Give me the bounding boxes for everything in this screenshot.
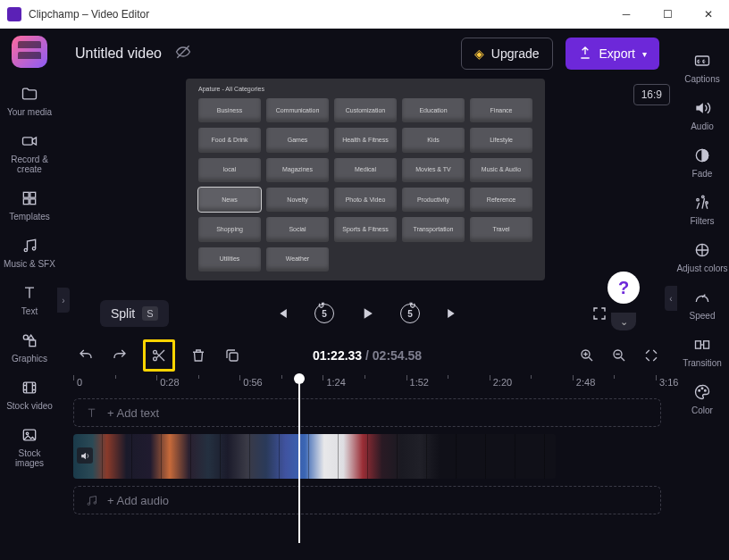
rail-label: Fade bbox=[692, 169, 713, 179]
redo-button[interactable] bbox=[109, 345, 130, 366]
rail-graphics[interactable]: Graphics bbox=[3, 325, 56, 369]
next-frame-button[interactable] bbox=[443, 304, 463, 323]
preview-tile: Finance bbox=[470, 98, 532, 122]
image-icon bbox=[20, 425, 39, 445]
undo-button[interactable] bbox=[75, 345, 96, 366]
svg-point-7 bbox=[23, 335, 28, 339]
svg-point-22 bbox=[702, 196, 705, 198]
audio-track-placeholder[interactable]: + Add audio bbox=[73, 486, 661, 514]
ruler-tick-minor: . bbox=[451, 377, 454, 388]
playhead[interactable] bbox=[298, 375, 300, 543]
rail-adjust-colors[interactable]: Adjust colors bbox=[675, 234, 729, 280]
rail-captions[interactable]: Captions bbox=[675, 45, 729, 90]
preview-tile: Weather bbox=[266, 247, 329, 272]
window-title: Clipchamp – Video Editor bbox=[29, 8, 606, 21]
rail-speed[interactable]: Speed bbox=[675, 281, 729, 327]
text-track-placeholder[interactable]: + Add text bbox=[73, 398, 661, 427]
svg-rect-1 bbox=[23, 192, 29, 197]
rail-stock-images[interactable]: Stock images bbox=[3, 420, 56, 473]
rail-fade[interactable]: Fade bbox=[675, 139, 729, 185]
titlebar: Clipchamp – Video Editor ─ ☐ ✕ bbox=[0, 0, 729, 29]
rail-text[interactable]: Text bbox=[3, 278, 56, 322]
ruler-tick-minor: . bbox=[119, 377, 122, 388]
aspect-ratio-button[interactable]: 16:9 bbox=[633, 84, 670, 105]
maximize-button[interactable]: ☐ bbox=[647, 0, 688, 29]
preview-tile: Lifestyle bbox=[470, 128, 532, 152]
adjust-icon bbox=[692, 240, 712, 260]
preview-collapse-button[interactable]: ⌄ bbox=[611, 313, 636, 330]
svg-rect-8 bbox=[29, 340, 36, 347]
topbar: Untitled video ◈ Upgrade Export ▾ bbox=[59, 29, 675, 79]
play-button[interactable] bbox=[357, 304, 377, 323]
delete-button[interactable] bbox=[188, 345, 209, 366]
minimize-button[interactable]: ─ bbox=[606, 0, 647, 29]
clip-audio-icon[interactable] bbox=[77, 447, 93, 464]
rail-label: Filters bbox=[690, 216, 714, 226]
folder-icon bbox=[20, 84, 39, 104]
collapse-left-button[interactable]: › bbox=[57, 288, 70, 313]
preview-tile: Reference bbox=[470, 188, 532, 212]
music-icon bbox=[20, 236, 39, 255]
visibility-off-icon[interactable] bbox=[174, 43, 192, 64]
close-button[interactable]: ✕ bbox=[688, 0, 729, 29]
timecode-total: 02:54.58 bbox=[373, 348, 422, 363]
preview-tile: Health & Fitness bbox=[334, 128, 397, 152]
video-track[interactable] bbox=[73, 434, 661, 479]
help-button[interactable]: ? bbox=[608, 272, 640, 304]
timecode-current: 01:22.33 bbox=[313, 348, 362, 363]
ruler-tick-minor: . bbox=[534, 377, 537, 388]
rail-label: Captions bbox=[684, 74, 719, 84]
timeline[interactable]: + Add text + Add audio bbox=[73, 398, 661, 536]
svg-point-29 bbox=[705, 390, 707, 392]
preview-tile: Travel bbox=[470, 217, 532, 241]
zoom-out-button[interactable] bbox=[609, 346, 629, 365]
rail-music-sfx[interactable]: Music & SFX bbox=[3, 230, 56, 274]
rail-your-media[interactable]: Your media bbox=[3, 79, 56, 122]
rail-label: Text bbox=[21, 306, 38, 316]
rail-stock-video[interactable]: Stock video bbox=[3, 372, 56, 416]
svg-point-5 bbox=[24, 248, 27, 251]
svg-rect-4 bbox=[30, 199, 36, 205]
zoom-in-button[interactable] bbox=[577, 346, 597, 365]
prev-frame-button[interactable] bbox=[272, 304, 291, 323]
chevron-down-icon: ▾ bbox=[642, 49, 647, 59]
upgrade-label: Upgrade bbox=[491, 46, 540, 61]
rail-transition[interactable]: Transition bbox=[675, 329, 729, 374]
preview-tile: local bbox=[198, 158, 261, 182]
timeline-ruler[interactable]: 0.0:28.0:56.1:24.1:52.2:20.2:48.3:16 bbox=[73, 373, 661, 395]
ruler-tick-minor: . bbox=[617, 377, 620, 388]
rail-audio[interactable]: Audio bbox=[675, 92, 729, 138]
captions-icon bbox=[692, 51, 712, 71]
forward-5s-button[interactable]: ↻5 bbox=[400, 304, 420, 323]
split-tooltip-key: S bbox=[142, 306, 157, 321]
svg-rect-2 bbox=[30, 192, 36, 197]
camera-icon bbox=[20, 131, 39, 151]
rail-filters[interactable]: Filters bbox=[675, 187, 729, 232]
video-clip[interactable] bbox=[73, 434, 556, 479]
split-button-highlighted[interactable] bbox=[143, 339, 175, 372]
svg-rect-0 bbox=[23, 138, 33, 145]
rail-color[interactable]: Color bbox=[675, 376, 729, 422]
rewind-5s-button[interactable]: ↺5 bbox=[314, 304, 334, 323]
right-rail: Captions Audio Fade Filters Adjust color… bbox=[675, 29, 729, 560]
collapse-right-button[interactable]: ‹ bbox=[665, 286, 677, 311]
rail-label: Stock video bbox=[6, 401, 53, 411]
rail-templates[interactable]: Templates bbox=[3, 183, 56, 227]
fullscreen-button[interactable] bbox=[590, 304, 609, 323]
zoom-fit-button[interactable] bbox=[641, 346, 661, 365]
add-text-label: + Add text bbox=[107, 406, 159, 420]
upgrade-button[interactable]: ◈ Upgrade bbox=[461, 38, 553, 70]
preview-tile: Food & Drink bbox=[198, 128, 261, 152]
export-button[interactable]: Export ▾ bbox=[566, 38, 659, 70]
project-title[interactable]: Untitled video bbox=[75, 46, 162, 62]
ruler-tick: 3:16 bbox=[659, 377, 678, 388]
preview-tile: Customization bbox=[334, 98, 397, 122]
rail-record-create[interactable]: Record & create bbox=[3, 126, 56, 180]
scissors-icon bbox=[148, 345, 170, 366]
rail-label: Record & create bbox=[3, 155, 56, 174]
preview-canvas[interactable]: Apature - All Categories BusinessCommuni… bbox=[186, 79, 545, 280]
copy-button[interactable] bbox=[222, 345, 243, 366]
player-controls: Split S ↺5 ↻5 bbox=[59, 289, 675, 338]
templates-icon bbox=[20, 188, 39, 208]
ruler-tick: 2:20 bbox=[493, 377, 512, 388]
